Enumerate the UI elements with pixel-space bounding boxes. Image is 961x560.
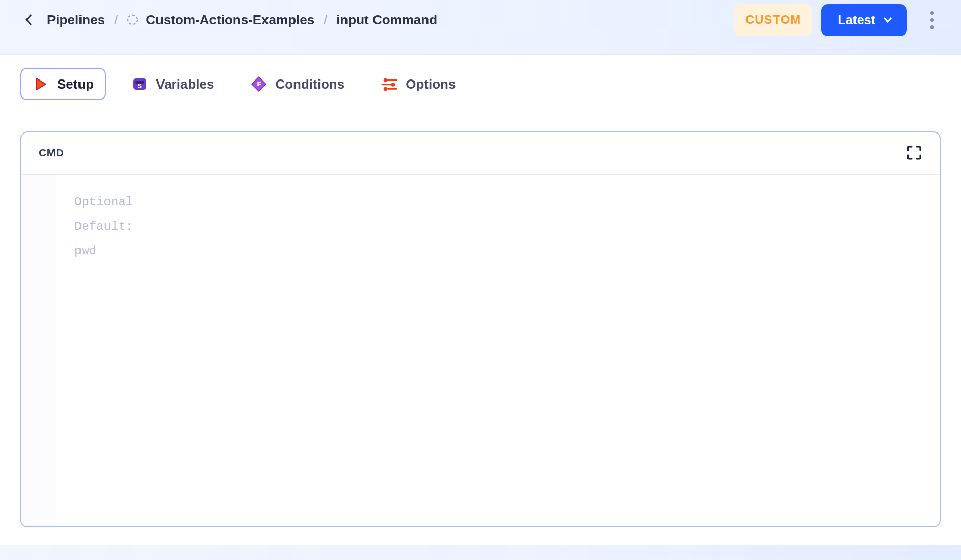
- options-icon: [381, 76, 397, 92]
- header-actions: CUSTOM Latest: [734, 4, 941, 36]
- svg-point-5: [384, 78, 388, 83]
- tabs: Setup S Variables IF Conditions Options: [20, 68, 941, 100]
- chevron-down-icon: [883, 16, 893, 23]
- back-button[interactable]: [20, 9, 38, 31]
- breadcrumb-current: input Command: [336, 12, 437, 28]
- svg-text:S: S: [138, 83, 142, 90]
- chevron-left-icon: [24, 13, 34, 27]
- cmd-panel-header: CMD: [21, 132, 940, 175]
- breadcrumb-sep: /: [114, 13, 118, 28]
- tab-options-label: Options: [406, 76, 456, 92]
- expand-button[interactable]: [906, 145, 922, 161]
- placeholder-line-3: pwd: [74, 244, 96, 258]
- content-area: CMD Optional Default: pwd: [0, 114, 961, 545]
- header-bar: Pipelines / Custom-Actions-Examples / in…: [0, 0, 961, 54]
- svg-point-8: [391, 83, 395, 87]
- breadcrumb-root[interactable]: Pipelines: [47, 12, 105, 28]
- custom-badge: CUSTOM: [734, 4, 813, 36]
- tabs-container: Setup S Variables IF Conditions Options: [0, 54, 961, 114]
- version-label: Latest: [838, 13, 875, 28]
- version-dropdown[interactable]: Latest: [821, 4, 907, 36]
- breadcrumb-project[interactable]: Custom-Actions-Examples: [127, 12, 314, 28]
- cmd-editor[interactable]: Optional Default: pwd: [56, 175, 151, 526]
- cmd-panel: CMD Optional Default: pwd: [20, 131, 941, 527]
- svg-point-0: [128, 15, 137, 24]
- maximize-icon: [906, 145, 922, 161]
- conditions-icon: IF: [251, 76, 267, 92]
- more-menu-button[interactable]: [923, 10, 941, 30]
- placeholder-line-2: Default:: [74, 220, 133, 233]
- tab-variables[interactable]: S Variables: [120, 69, 225, 99]
- tab-conditions-label: Conditions: [275, 76, 344, 92]
- tab-setup[interactable]: Setup: [20, 68, 106, 100]
- dashed-circle-icon: [127, 14, 138, 25]
- cmd-label: CMD: [39, 147, 64, 159]
- svg-text:IF: IF: [257, 82, 261, 87]
- cmd-body: Optional Default: pwd: [21, 175, 940, 526]
- svg-point-9: [384, 87, 388, 91]
- breadcrumb-project-label: Custom-Actions-Examples: [146, 12, 314, 28]
- play-icon: [33, 76, 49, 92]
- breadcrumb: Pipelines / Custom-Actions-Examples / in…: [20, 9, 437, 31]
- variables-icon: S: [131, 76, 148, 92]
- tab-setup-label: Setup: [57, 76, 94, 92]
- breadcrumb-sep: /: [324, 13, 327, 28]
- placeholder-line-1: Optional: [74, 195, 133, 209]
- tab-options[interactable]: Options: [370, 69, 467, 99]
- tab-conditions[interactable]: IF Conditions: [239, 69, 356, 99]
- tab-variables-label: Variables: [156, 76, 214, 92]
- editor-gutter: [21, 175, 56, 526]
